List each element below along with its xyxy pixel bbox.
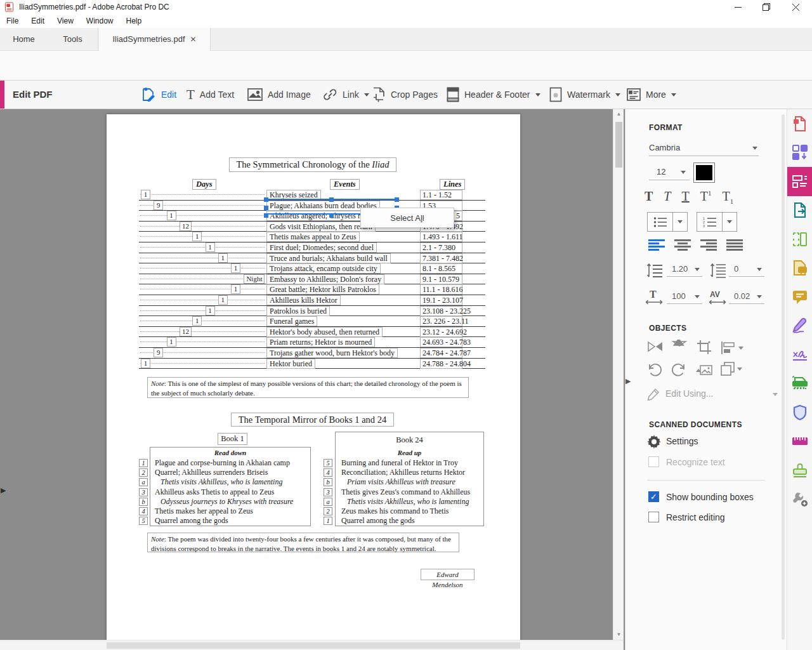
event-cell[interactable]: Great battle; Hektor kills Patroklos — [266, 284, 379, 295]
horizontal-scale-select[interactable]: 100 — [667, 290, 702, 304]
day-cell[interactable]: 1 — [231, 284, 240, 294]
day-cell[interactable]: 1 — [192, 316, 202, 326]
event-cell[interactable]: Hektor's body abused, then returned — [266, 327, 383, 337]
book-row-number[interactable]: 4 — [324, 468, 332, 477]
book1-title[interactable]: Book 1 — [218, 433, 247, 445]
rail-fill-sign-icon[interactable] — [787, 312, 812, 341]
rotate-counterclockwise-icon[interactable] — [647, 362, 662, 377]
link-button[interactable]: Link — [322, 81, 369, 109]
underline-button[interactable]: T — [681, 189, 689, 204]
book-row-text[interactable]: Quarrel among the gods — [341, 516, 415, 526]
rail-measure-icon[interactable] — [787, 427, 812, 456]
selection-handle[interactable] — [329, 197, 334, 202]
lines-cell[interactable]: 1.493 - 1.611 — [420, 232, 462, 242]
header-footer-button[interactable]: Header & Footer — [447, 81, 540, 109]
scroll-down-arrow[interactable]: ▼ — [613, 630, 624, 640]
book-row-number[interactable]: 3 — [324, 488, 332, 496]
day-cell[interactable]: 1 — [218, 253, 228, 263]
horizontal-scrollbar[interactable] — [0, 640, 624, 650]
close-window-button[interactable] — [782, 0, 809, 14]
add-image-button[interactable]: Add Image — [247, 81, 311, 109]
menu-help[interactable]: Help — [120, 14, 148, 28]
lines-cell[interactable]: 23. 226 - 23.11 — [420, 316, 462, 326]
lines-cell[interactable]: 11.1 - 18.616 — [420, 284, 462, 295]
lines-cell[interactable]: 9.1 - 10.579 — [420, 274, 462, 284]
note-books[interactable]: Note: The poem was divided into twenty-f… — [147, 533, 459, 552]
day-cell[interactable]: 12 — [180, 327, 192, 336]
day-cell[interactable]: 1 — [218, 295, 228, 305]
book-row-number[interactable]: b — [139, 498, 148, 506]
numbered-list-icon[interactable]: 123 — [697, 213, 723, 231]
lines-cell[interactable]: 8.1 - 8.565 — [420, 263, 462, 274]
chevron-down-icon[interactable] — [673, 213, 687, 231]
event-cell[interactable]: Truce and burials; Akhaians build wall — [266, 253, 391, 263]
horizontal-scrollbar-thumb[interactable] — [107, 642, 520, 649]
scan-settings-button[interactable]: Settings — [647, 435, 661, 450]
vertical-scrollbar-thumb[interactable] — [615, 122, 622, 168]
more-button[interactable]: More — [627, 81, 676, 109]
event-cell[interactable]: Funeral games — [266, 316, 317, 326]
book-row-number[interactable]: 5 — [324, 459, 332, 467]
event-cell[interactable]: Patroklos is buried — [266, 306, 330, 316]
book-row-text[interactable]: Zeus makes his command to Thetis — [341, 507, 449, 516]
character-spacing-select[interactable]: 0.02 — [729, 290, 764, 304]
selection-handle[interactable] — [395, 197, 399, 202]
selection-handle[interactable] — [264, 213, 268, 218]
rail-comment-icon[interactable] — [787, 282, 812, 312]
bold-button[interactable]: T — [645, 189, 653, 204]
event-cell[interactable]: Hektor buried — [266, 359, 315, 369]
font-family-select[interactable]: Cambria — [649, 141, 759, 156]
bulleted-list-control[interactable] — [647, 212, 688, 232]
day-cell[interactable]: 1 — [231, 263, 240, 273]
restrict-editing-checkbox[interactable] — [648, 512, 659, 522]
event-cell[interactable]: Thetis makes appeal to Zeus — [266, 232, 360, 242]
crop-pages-button[interactable]: Crop Pages — [372, 81, 438, 109]
book-row-number[interactable]: 4 — [139, 507, 148, 515]
day-cell[interactable]: 1 — [141, 190, 150, 199]
font-color-swatch[interactable] — [693, 162, 715, 183]
rail-comment-file-icon[interactable] — [787, 254, 812, 283]
rail-more-tools-icon[interactable] — [787, 485, 812, 514]
book-row-text[interactable]: Thetis gives Zeus's command to Akhilleus — [341, 488, 470, 497]
paragraph-spacing-select[interactable]: 0 — [729, 263, 764, 277]
lines-cell[interactable]: 24.784 - 24.787 — [420, 348, 462, 358]
book-row-text[interactable]: Thetis visits Akhilleus, who is lamentin… — [160, 477, 282, 487]
right-panel-collapse-arrow[interactable]: ▶ — [625, 373, 633, 388]
day-cell[interactable]: 1 — [206, 306, 215, 315]
flip-vertical-icon[interactable] — [647, 340, 664, 355]
left-panel-expand-arrow[interactable]: ▶ — [1, 482, 10, 498]
lines-cell[interactable]: 1.1 - 1.52 — [420, 190, 462, 200]
event-cell[interactable]: Akhilleus kills Hektor — [266, 295, 341, 305]
day-cell[interactable]: 1 — [192, 232, 202, 241]
show-bounding-boxes-checkbox[interactable]: ✓ — [648, 491, 659, 502]
tab-home[interactable]: Home — [0, 28, 48, 51]
event-cell[interactable]: Trojans attack, encamp outside city — [266, 263, 381, 274]
rail-export-pdf-icon[interactable] — [787, 196, 812, 225]
book-row-number[interactable]: 2 — [139, 468, 148, 477]
lines-cell[interactable]: 7.381 - 7.482 — [420, 253, 462, 263]
menu-edit[interactable]: Edit — [25, 14, 51, 28]
doc-title-chronology[interactable]: The Symmetrical Chronology of the Iliad — [229, 157, 396, 172]
lines-cell[interactable]: 24.788 - 24.804 — [420, 359, 462, 369]
rail-combine-files-icon[interactable] — [787, 138, 812, 168]
day-cell[interactable]: 12 — [180, 222, 192, 231]
menu-file[interactable]: File — [0, 14, 25, 28]
vertical-scrollbar[interactable]: ▲ ▼ — [613, 109, 624, 640]
edit-using-control[interactable]: Edit Using... — [647, 387, 768, 402]
restore-button[interactable] — [752, 0, 780, 14]
lines-cell[interactable]: 23.12 - 24.692 — [420, 327, 462, 337]
day-cell[interactable]: 9 — [154, 201, 163, 210]
rail-edit-pdf-icon[interactable] — [787, 167, 812, 196]
selection-handle[interactable] — [264, 206, 268, 210]
book-row-number[interactable]: a — [139, 478, 148, 486]
subscript-button[interactable]: T1 — [722, 189, 733, 205]
crop-object-icon[interactable] — [697, 340, 712, 355]
lines-cell[interactable]: 23.108 - 23.225 — [420, 306, 462, 316]
minimize-button[interactable] — [724, 0, 752, 14]
book-row-text[interactable]: Odysseus journeys to Khryses with treasu… — [160, 497, 293, 507]
author-signature[interactable]: Edward Mendelson — [421, 569, 475, 580]
recognize-text-checkbox[interactable] — [648, 456, 659, 467]
event-cell[interactable]: Priam returns; Hektor is mourned — [266, 337, 375, 347]
italic-button[interactable]: T — [664, 189, 671, 204]
rail-request-signatures-icon[interactable] — [787, 340, 812, 369]
